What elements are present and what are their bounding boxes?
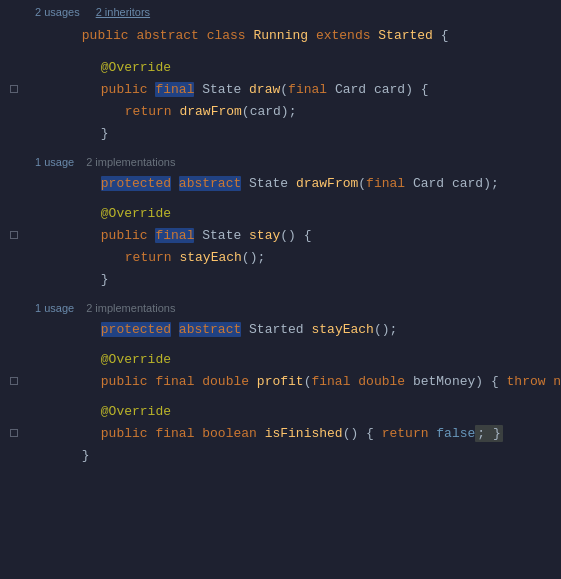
sp-pa2: State	[241, 176, 296, 191]
kw-abstract-1: abstract	[179, 176, 241, 191]
kw-abstract-2: abstract	[179, 322, 241, 337]
class-name-started: Started	[378, 28, 433, 43]
kw-public: public	[82, 28, 137, 43]
line-close-draw: }	[0, 122, 561, 144]
kw-final-p2: final	[366, 176, 413, 191]
close-brace-class: }	[82, 448, 90, 463]
kw-double-profit: double	[202, 374, 257, 389]
gutter-icon-isfinished	[10, 429, 18, 437]
blank-line-4	[0, 290, 561, 298]
sp-pa1	[171, 176, 179, 191]
kw-protected-2: protected	[101, 322, 171, 337]
kw-final-profit: final	[155, 374, 202, 389]
gutter-icon-stay	[10, 231, 18, 239]
method-profit: profit	[257, 374, 304, 389]
kw-throw: throw	[507, 374, 554, 389]
kw-public-profit: public	[101, 374, 156, 389]
line-close-class: }	[0, 444, 561, 466]
gutter-icon-draw	[10, 85, 18, 93]
close-brace-1: }	[101, 126, 109, 141]
kw-class: class	[207, 28, 254, 43]
paren-profit-end: ) {	[475, 374, 506, 389]
class-name-running: Running	[253, 28, 308, 43]
paren-drawfrom-abs: (	[358, 176, 366, 191]
semicolon-stayeach: ();	[374, 322, 397, 337]
kw-extends: extends	[316, 28, 371, 43]
kw-final-profit-p: final	[311, 374, 358, 389]
line-class-decl: public abstract class Running extends St…	[0, 24, 561, 46]
code-editor: 2 usages 2 inheritors public abstract cl…	[0, 0, 561, 579]
close-brace-2: }	[101, 272, 109, 287]
sp-pb1	[171, 322, 179, 337]
method-stayeach-abs: stayEach	[311, 322, 373, 337]
gutter-icon-profit	[10, 377, 18, 385]
semicolon-drawfrom: );	[483, 176, 499, 191]
line-content-close-class: }	[30, 433, 561, 478]
line-close-stay: }	[0, 268, 561, 290]
open-brace: {	[433, 28, 449, 43]
param-betmoney: betMoney	[413, 374, 475, 389]
param-card-2: card	[452, 176, 483, 191]
extends-space	[308, 28, 316, 43]
sp-pb2: Started	[241, 322, 311, 337]
kw-new: new	[553, 374, 561, 389]
kw-protected-1: protected	[101, 176, 171, 191]
method-drawfrom-abs: drawFrom	[296, 176, 358, 191]
kw-abstract-class: abstract	[136, 28, 206, 43]
blank-line-2	[0, 144, 561, 152]
kw-double-betmoney: double	[358, 374, 413, 389]
type-card-2: Card	[413, 176, 452, 191]
